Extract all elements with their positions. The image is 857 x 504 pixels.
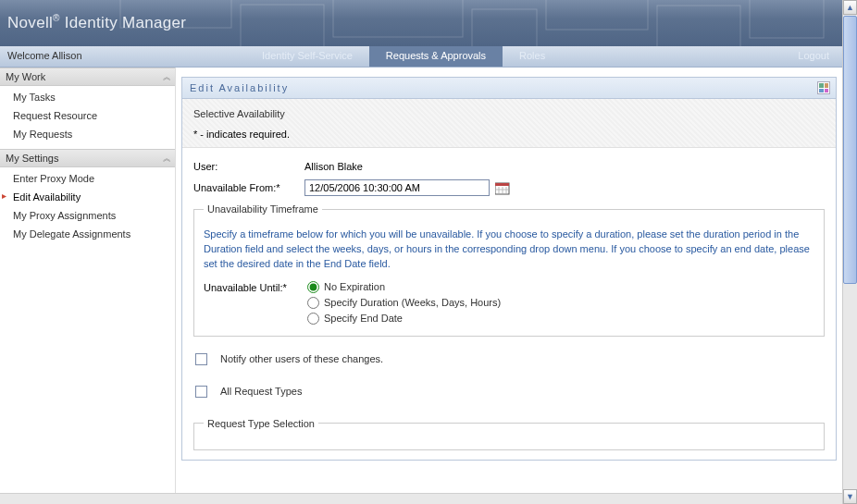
radio-label: No Expiration (324, 281, 385, 292)
sidebar-section-label: My Work (6, 71, 45, 82)
notify-checkbox-row[interactable]: Notify other users of these changes. (193, 353, 825, 365)
svg-rect-2 (333, 0, 463, 37)
notify-checkbox[interactable] (195, 353, 207, 365)
sidebar-item-my-requests[interactable]: My Requests (0, 125, 175, 143)
user-value: Allison Blake (304, 161, 363, 172)
app-banner: Novell® Identity Manager (0, 0, 842, 46)
radio-input-specify-duration[interactable] (307, 297, 319, 309)
sidebar-item-my-proxy-assignments[interactable]: My Proxy Assignments (0, 206, 175, 225)
sidebar-item-enter-proxy-mode[interactable]: Enter Proxy Mode (0, 169, 175, 188)
collapse-icon[interactable]: ︽ (163, 71, 169, 83)
sidebar: My Work ︽ My Tasks Request Resource My R… (0, 68, 176, 504)
panel-title: Edit Availability (190, 82, 289, 93)
banner-decoration (0, 0, 842, 46)
horizontal-scrollbar[interactable] (0, 493, 842, 504)
unavailable-until-label: Unavailable Until:* (204, 281, 307, 293)
scroll-up-button[interactable]: ▲ (843, 0, 857, 15)
sidebar-section-my-settings[interactable]: My Settings ︽ (0, 149, 175, 167)
notify-label: Notify other users of these changes. (220, 353, 383, 364)
radio-no-expiration[interactable]: No Expiration (307, 281, 501, 293)
panel-subheader: Selective Availability * - indicates req… (182, 99, 836, 148)
svg-rect-3 (472, 9, 537, 46)
svg-rect-4 (546, 0, 648, 30)
panel-options-icon[interactable] (817, 81, 830, 94)
timeframe-description: Specify a timeframe below for which you … (204, 227, 814, 272)
radio-input-specify-end-date[interactable] (307, 313, 319, 325)
user-label: User: (193, 161, 304, 172)
section-title: Selective Availability (193, 108, 825, 119)
scroll-down-button[interactable]: ▼ (843, 489, 857, 504)
top-nav: Identity Self-Service Requests & Approva… (245, 46, 842, 67)
sidebar-item-my-tasks[interactable]: My Tasks (0, 88, 175, 106)
logout-link[interactable]: Logout (785, 46, 842, 67)
svg-rect-8 (495, 183, 509, 186)
vertical-scrollbar[interactable]: ▲ ▼ (842, 0, 857, 504)
request-type-selection-legend: Request Type Selection (204, 418, 318, 429)
tab-identity-self-service[interactable]: Identity Self-Service (245, 46, 369, 67)
welcome-text: Welcome Allison (0, 46, 245, 67)
unavailable-until-radio-group: No Expiration Specify Duration (Weeks, D… (307, 281, 501, 325)
fieldset-request-type-selection: Request Type Selection (193, 418, 825, 450)
panel-header: Edit Availability (182, 78, 836, 99)
fieldset-unavailability-timeframe: Unavailability Timeframe Specify a timef… (193, 203, 825, 337)
all-request-types-row[interactable]: All Request Types (193, 386, 825, 398)
radio-specify-duration[interactable]: Specify Duration (Weeks, Days, Hours) (307, 297, 501, 309)
svg-rect-5 (657, 6, 740, 46)
radio-input-no-expiration[interactable] (307, 281, 319, 293)
svg-rect-1 (241, 5, 324, 46)
radio-specify-end-date[interactable]: Specify End Date (307, 313, 501, 325)
sidebar-item-edit-availability[interactable]: Edit Availability (0, 188, 175, 206)
main-content: Edit Availability Selective Availability… (176, 68, 842, 504)
unavailable-from-input[interactable] (304, 179, 490, 196)
calendar-icon[interactable] (495, 181, 510, 195)
radio-label: Specify End Date (324, 313, 403, 324)
sidebar-section-label: My Settings (6, 153, 58, 164)
tab-requests-approvals[interactable]: Requests & Approvals (369, 46, 503, 67)
tab-roles[interactable]: Roles (503, 46, 562, 67)
timeframe-legend: Unavailability Timeframe (204, 203, 322, 215)
sidebar-item-request-resource[interactable]: Request Resource (0, 106, 175, 125)
all-request-types-label: All Request Types (220, 386, 302, 397)
collapse-icon[interactable]: ︽ (163, 153, 169, 165)
unavailable-from-label: Unavailable From:* (193, 182, 304, 193)
panel-edit-availability: Edit Availability Selective Availability… (181, 77, 837, 461)
all-request-types-checkbox[interactable] (195, 386, 207, 398)
scroll-thumb[interactable] (843, 16, 857, 284)
svg-rect-0 (120, 0, 231, 28)
top-bar: Welcome Allison Identity Self-Service Re… (0, 46, 842, 68)
radio-label: Specify Duration (Weeks, Days, Hours) (324, 297, 501, 308)
sidebar-item-my-delegate-assignments[interactable]: My Delegate Assignments (0, 225, 175, 243)
svg-rect-6 (750, 0, 824, 38)
required-note: * - indicates required. (193, 129, 825, 140)
sidebar-section-my-work[interactable]: My Work ︽ (0, 68, 175, 86)
